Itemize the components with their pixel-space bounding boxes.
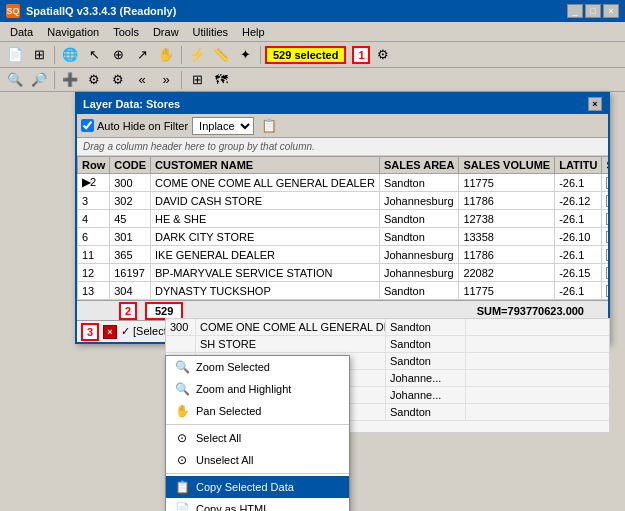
cell-row-indicator: 12 bbox=[78, 264, 110, 282]
toolbar-btn-select[interactable]: ↗ bbox=[131, 44, 153, 66]
cell-volume: 11775 bbox=[459, 174, 555, 192]
toolbar-btn-globe[interactable]: 🌐 bbox=[59, 44, 81, 66]
menu-utilities[interactable]: Utilities bbox=[187, 24, 234, 40]
cell-volume: 11786 bbox=[459, 192, 555, 210]
cell-code: 45 bbox=[110, 210, 151, 228]
toolbar-btn-grid[interactable]: ⊞ bbox=[186, 69, 208, 91]
toolbar-btn-zoom-in[interactable]: 🔍 bbox=[4, 69, 26, 91]
overlay-row-1: SH STORE Sandton bbox=[166, 336, 609, 353]
cell-lat: -26.1 bbox=[555, 174, 602, 192]
toolbar-btn-nav1[interactable]: ➕ bbox=[59, 69, 81, 91]
ctx-select-all[interactable]: ⊙ Select All bbox=[166, 427, 349, 449]
ctx-copy-selected[interactable]: 4 📋 Copy Selected Data bbox=[166, 476, 349, 498]
toolbar-btn-arrow[interactable]: ⊕ bbox=[107, 44, 129, 66]
app-icon: SQ bbox=[6, 4, 20, 18]
cell-name: HE & SHE bbox=[151, 210, 380, 228]
menu-draw[interactable]: Draw bbox=[147, 24, 185, 40]
cell-row-indicator: 3 bbox=[78, 192, 110, 210]
auto-hide-checkbox[interactable] bbox=[81, 119, 94, 132]
select-all-icon: ⊙ bbox=[174, 430, 190, 446]
table-row[interactable]: 12 16197 BP-MARYVALE SERVICE STATION Joh… bbox=[78, 264, 609, 282]
filter-clear-btn[interactable]: × bbox=[103, 325, 117, 339]
table-row[interactable]: 3 302 DAVID CASH STORE Johannesburg 1178… bbox=[78, 192, 609, 210]
cell-code: 300 bbox=[110, 174, 151, 192]
zoom-highlight-icon: 🔍 bbox=[174, 381, 190, 397]
close-btn[interactable]: × bbox=[603, 4, 619, 18]
table-row[interactable]: ▶2 300 COME ONE COME ALL GENERAL DEALER … bbox=[78, 174, 609, 192]
table-row[interactable]: 6 301 DARK CITY STORE Sandton 13358 -26.… bbox=[78, 228, 609, 246]
ctx-unselect-all[interactable]: ⊙ Unselect All bbox=[166, 449, 349, 471]
cell-lat: -26.12 bbox=[555, 192, 602, 210]
filter-mode-select[interactable]: Inplace bbox=[192, 117, 254, 135]
layer-close-btn[interactable]: × bbox=[588, 97, 602, 111]
toolbar-btn-star[interactable]: ✦ bbox=[234, 44, 256, 66]
unselect-all-icon: ⊙ bbox=[174, 452, 190, 468]
auto-hide-checkbox-label[interactable]: Auto Hide on Filter bbox=[81, 119, 188, 132]
toolbar-btn-measure[interactable]: 📏 bbox=[210, 44, 232, 66]
menu-tools[interactable]: Tools bbox=[107, 24, 145, 40]
menu-data[interactable]: Data bbox=[4, 24, 39, 40]
footer-count: 529 bbox=[145, 302, 183, 320]
cell-name: DYNASTY TUCKSHOP bbox=[151, 282, 380, 300]
cell-code: 304 bbox=[110, 282, 151, 300]
toolbar-btn-pointer[interactable]: ↖ bbox=[83, 44, 105, 66]
col-header-row[interactable]: Row bbox=[78, 157, 110, 174]
menu-navigation[interactable]: Navigation bbox=[41, 24, 105, 40]
col-header-selected[interactable]: Selected bbox=[602, 157, 608, 174]
maximize-btn[interactable]: □ bbox=[585, 4, 601, 18]
ctx-copy-selected-label: Copy Selected Data bbox=[196, 481, 294, 493]
col-header-area[interactable]: SALES AREA bbox=[379, 157, 459, 174]
cell-row-indicator: 13 bbox=[78, 282, 110, 300]
menu-help[interactable]: Help bbox=[236, 24, 271, 40]
toolbar-btn-nav3[interactable]: ⚙ bbox=[107, 69, 129, 91]
col-header-name[interactable]: CUSTOMER NAME bbox=[151, 157, 380, 174]
cell-selected: ✓ bbox=[602, 246, 608, 264]
cell-code: 301 bbox=[110, 228, 151, 246]
cell-lat: -26.10 bbox=[555, 228, 602, 246]
layer-data-window: Layer Data: Stores × Auto Hide on Filter… bbox=[75, 92, 610, 344]
copy-selected-icon: 📋 bbox=[174, 479, 190, 495]
cell-area: Sandton bbox=[379, 282, 459, 300]
col-header-volume[interactable]: SALES VOLUME bbox=[459, 157, 555, 174]
cell-selected: ✓ bbox=[602, 192, 608, 210]
toolbar-btn-settings[interactable]: ⚙ bbox=[372, 44, 394, 66]
drag-hint: Drag a column header here to group by th… bbox=[77, 138, 608, 156]
filter-icon-btn[interactable]: 📋 bbox=[258, 115, 280, 137]
cell-name: IKE GENERAL DEALER bbox=[151, 246, 380, 264]
footer-sum: SUM=793770623.000 bbox=[477, 305, 584, 317]
ctx-pan-selected[interactable]: ✋ Pan Selected bbox=[166, 400, 349, 422]
table-row[interactable]: 4 45 HE & SHE Sandton 12738 -26.1 ✓ bbox=[78, 210, 609, 228]
col-header-code[interactable]: CODE bbox=[110, 157, 151, 174]
ctx-copy-html-label: Copy as HTML bbox=[196, 503, 269, 511]
toolbar-btn-identify[interactable]: ⚡ bbox=[186, 44, 208, 66]
toolbar-btn-2[interactable]: ⊞ bbox=[28, 44, 50, 66]
table-row[interactable]: 11 365 IKE GENERAL DEALER Johannesburg 1… bbox=[78, 246, 609, 264]
cell-area: Sandton bbox=[379, 228, 459, 246]
cell-area: Sandton bbox=[379, 210, 459, 228]
toolbar-btn-nav2[interactable]: ⚙ bbox=[83, 69, 105, 91]
toolbar-btn-zoom-out[interactable]: 🔎 bbox=[28, 69, 50, 91]
toolbar-sep-4 bbox=[54, 71, 55, 89]
table-row[interactable]: 13 304 DYNASTY TUCKSHOP Sandton 11775 -2… bbox=[78, 282, 609, 300]
cell-lat: -26.15 bbox=[555, 264, 602, 282]
layer-toolbar: Auto Hide on Filter Inplace 📋 bbox=[77, 114, 608, 138]
cell-code: 16197 bbox=[110, 264, 151, 282]
toolbar-btn-pan[interactable]: ✋ bbox=[155, 44, 177, 66]
cell-selected: ✓ bbox=[602, 174, 608, 192]
cell-row-indicator: 4 bbox=[78, 210, 110, 228]
ctx-sep-2 bbox=[166, 473, 349, 474]
toolbar-btn-map[interactable]: 🗺 bbox=[210, 69, 232, 91]
ctx-copy-html[interactable]: 📄 Copy as HTML bbox=[166, 498, 349, 511]
toolbar-btn-nav4[interactable]: « bbox=[131, 69, 153, 91]
ctx-select-all-label: Select All bbox=[196, 432, 241, 444]
toolbar-btn-nav5[interactable]: » bbox=[155, 69, 177, 91]
ctx-zoom-selected[interactable]: 🔍 Zoom Selected bbox=[166, 356, 349, 378]
col-header-lat[interactable]: LATITU bbox=[555, 157, 602, 174]
title-bar: SQ SpatialIQ v3.3.4.3 (Readonly) _ □ × bbox=[0, 0, 625, 22]
ctx-zoom-highlight[interactable]: 🔍 Zoom and Highlight bbox=[166, 378, 349, 400]
minimize-btn[interactable]: _ bbox=[567, 4, 583, 18]
cell-area: Johannesburg bbox=[379, 192, 459, 210]
table-footer: 2 529 SUM=793770623.000 bbox=[77, 300, 608, 320]
toolbar-btn-1[interactable]: 📄 bbox=[4, 44, 26, 66]
copy-html-icon: 📄 bbox=[174, 501, 190, 511]
